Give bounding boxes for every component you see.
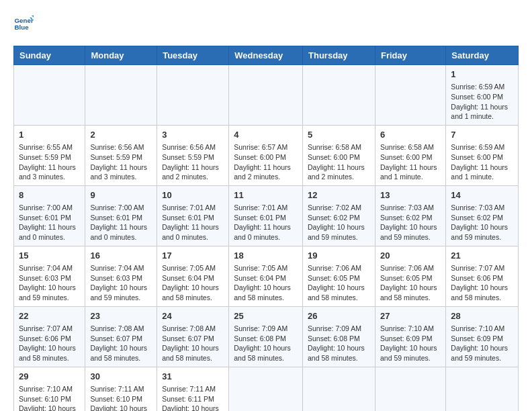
sunrise: Sunrise: 6:57 AM <box>234 143 287 151</box>
calendar-cell: 25Sunrise: 7:09 AMSunset: 6:08 PMDayligh… <box>229 306 303 367</box>
sunset: Sunset: 6:00 PM <box>380 153 433 161</box>
calendar-cell: 7Sunrise: 6:59 AMSunset: 6:00 PMDaylight… <box>446 125 519 185</box>
calendar-cell <box>375 65 445 126</box>
sunrise: Sunrise: 7:05 AM <box>162 264 216 272</box>
calendar-cell: 12Sunrise: 7:02 AMSunset: 6:02 PMDayligh… <box>303 185 375 246</box>
calendar-cell: 16Sunrise: 7:04 AMSunset: 6:03 PMDayligh… <box>85 246 157 306</box>
daylight: Daylight: 10 hours and 58 minutes. <box>19 344 76 362</box>
day-header-tuesday: Tuesday <box>157 46 229 65</box>
sunrise: Sunrise: 6:59 AM <box>451 143 504 151</box>
daylight: Daylight: 10 hours and 58 minutes. <box>451 283 508 302</box>
sunset: Sunset: 6:00 PM <box>451 153 503 161</box>
day-header-saturday: Saturday <box>446 46 519 65</box>
sunset: Sunset: 6:00 PM <box>308 153 360 161</box>
calendar-cell: 2Sunrise: 6:56 AMSunset: 5:59 PMDaylight… <box>85 125 157 185</box>
sunrise: Sunrise: 7:07 AM <box>19 324 73 332</box>
day-number: 17 <box>162 250 224 262</box>
calendar-cell: 24Sunrise: 7:08 AMSunset: 6:07 PMDayligh… <box>157 306 229 367</box>
daylight: Daylight: 11 hours and 0 minutes. <box>234 223 291 241</box>
calendar-cell <box>229 367 303 411</box>
sunset: Sunset: 6:11 PM <box>162 395 214 403</box>
daylight: Daylight: 10 hours and 59 minutes. <box>380 223 437 241</box>
day-number: 22 <box>19 310 80 322</box>
day-number: 19 <box>308 250 370 262</box>
calendar-cell <box>229 65 303 126</box>
sunrise: Sunrise: 7:00 AM <box>19 203 73 212</box>
sunset: Sunset: 6:01 PM <box>234 214 286 222</box>
day-number: 28 <box>451 310 513 322</box>
sunrise: Sunrise: 7:01 AM <box>162 203 216 212</box>
sunrise: Sunrise: 7:08 AM <box>162 324 216 332</box>
sunrise: Sunrise: 7:00 AM <box>90 203 144 212</box>
daylight: Daylight: 10 hours and 59 minutes. <box>90 404 147 411</box>
calendar-week: 1Sunrise: 6:55 AMSunset: 5:59 PMDaylight… <box>14 125 519 185</box>
day-header-wednesday: Wednesday <box>229 46 303 65</box>
calendar-cell <box>303 65 375 126</box>
day-number: 15 <box>19 250 80 262</box>
sunrise: Sunrise: 6:58 AM <box>380 143 434 151</box>
sunrise: Sunrise: 7:10 AM <box>451 324 504 332</box>
day-number: 29 <box>19 371 80 383</box>
daylight: Daylight: 11 hours and 2 minutes. <box>162 163 219 181</box>
sunrise: Sunrise: 6:56 AM <box>162 143 216 151</box>
day-header-sunday: Sunday <box>14 46 85 65</box>
sunrise: Sunrise: 6:59 AM <box>451 83 504 91</box>
day-number: 20 <box>380 250 441 262</box>
day-number: 30 <box>90 371 152 383</box>
daylight: Daylight: 10 hours and 58 minutes. <box>308 283 365 302</box>
calendar-cell: 21Sunrise: 7:07 AMSunset: 6:06 PMDayligh… <box>446 246 519 306</box>
calendar-cell: 27Sunrise: 7:10 AMSunset: 6:09 PMDayligh… <box>375 306 445 367</box>
day-number: 16 <box>90 250 152 262</box>
svg-text:Blue: Blue <box>15 24 30 31</box>
sunset: Sunset: 6:01 PM <box>90 214 142 222</box>
sunset: Sunset: 6:08 PM <box>234 334 286 342</box>
sunrise: Sunrise: 7:02 AM <box>308 203 361 212</box>
calendar-cell: 9Sunrise: 7:00 AMSunset: 6:01 PMDaylight… <box>85 185 157 246</box>
day-number: 13 <box>380 189 441 201</box>
calendar-header: SundayMondayTuesdayWednesdayThursdayFrid… <box>14 46 519 65</box>
calendar-week: 22Sunrise: 7:07 AMSunset: 6:06 PMDayligh… <box>14 306 519 367</box>
calendar-week: 15Sunrise: 7:04 AMSunset: 6:03 PMDayligh… <box>14 246 519 306</box>
calendar-table: SundayMondayTuesdayWednesdayThursdayFrid… <box>13 46 519 411</box>
sunset: Sunset: 6:03 PM <box>90 274 142 282</box>
calendar-cell: 29Sunrise: 7:10 AMSunset: 6:10 PMDayligh… <box>14 367 85 411</box>
sunrise: Sunrise: 7:11 AM <box>162 385 216 393</box>
calendar-cell: 6Sunrise: 6:58 AMSunset: 6:00 PMDaylight… <box>375 125 445 185</box>
calendar-cell: 11Sunrise: 7:01 AMSunset: 6:01 PMDayligh… <box>229 185 303 246</box>
day-number: 26 <box>308 310 370 322</box>
calendar-week: 29Sunrise: 7:10 AMSunset: 6:10 PMDayligh… <box>14 367 519 411</box>
daylight: Daylight: 10 hours and 59 minutes. <box>90 283 147 302</box>
calendar-cell <box>303 367 375 411</box>
calendar-cell: 31Sunrise: 7:11 AMSunset: 6:11 PMDayligh… <box>157 367 229 411</box>
sunrise: Sunrise: 7:04 AM <box>90 264 144 272</box>
day-number: 7 <box>451 129 513 141</box>
sunrise: Sunrise: 7:05 AM <box>234 264 287 272</box>
calendar-cell: 8Sunrise: 7:00 AMSunset: 6:01 PMDaylight… <box>14 185 85 246</box>
sunset: Sunset: 5:59 PM <box>162 153 214 161</box>
day-number: 11 <box>234 189 298 201</box>
calendar-cell: 28Sunrise: 7:10 AMSunset: 6:09 PMDayligh… <box>446 306 519 367</box>
logo: General Blue <box>13 13 36 34</box>
sunset: Sunset: 5:59 PM <box>90 153 142 161</box>
calendar-cell <box>14 65 85 126</box>
daylight: Daylight: 11 hours and 0 minutes. <box>90 223 147 241</box>
sunset: Sunset: 6:00 PM <box>451 93 503 101</box>
sunset: Sunset: 6:07 PM <box>90 334 142 342</box>
calendar-cell <box>375 367 445 411</box>
day-number: 25 <box>234 310 298 322</box>
daylight: Daylight: 10 hours and 58 minutes. <box>234 344 291 362</box>
calendar-cell <box>85 65 157 126</box>
sunset: Sunset: 6:01 PM <box>19 214 71 222</box>
sunset: Sunset: 6:06 PM <box>19 334 71 342</box>
day-number: 21 <box>451 250 513 262</box>
daylight: Daylight: 11 hours and 2 minutes. <box>234 163 291 181</box>
sunrise: Sunrise: 7:03 AM <box>451 203 504 212</box>
daylight: Daylight: 11 hours and 3 minutes. <box>90 163 147 181</box>
day-number: 4 <box>234 129 298 141</box>
daylight: Daylight: 10 hours and 59 minutes. <box>19 404 76 411</box>
calendar-cell: 10Sunrise: 7:01 AMSunset: 6:01 PMDayligh… <box>157 185 229 246</box>
calendar-cell: 20Sunrise: 7:06 AMSunset: 6:05 PMDayligh… <box>375 246 445 306</box>
sunset: Sunset: 6:09 PM <box>451 334 503 342</box>
daylight: Daylight: 11 hours and 1 minute. <box>451 163 508 181</box>
daylight: Daylight: 10 hours and 59 minutes. <box>451 223 508 241</box>
